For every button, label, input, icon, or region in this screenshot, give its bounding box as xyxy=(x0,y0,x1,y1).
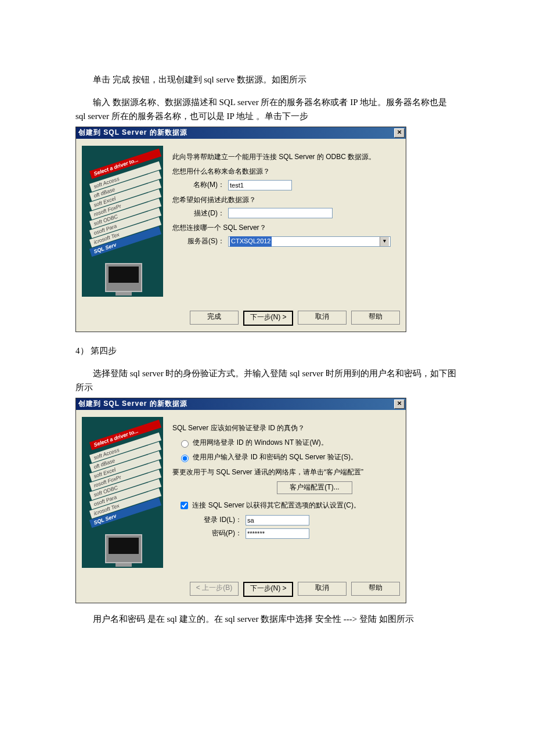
step-4-label: 4） 第四步 xyxy=(75,344,459,358)
radio-windows-auth[interactable]: 使用网络登录 ID 的 Windows NT 验证(W)。 xyxy=(178,437,396,448)
fields-area: SQL Server 应该如何验证登录 ID 的真伪？ 使用网络登录 ID 的 … xyxy=(163,417,400,568)
connect-checkbox-label: 连接 SQL Server 以获得其它配置选项的默认设置(C)。 xyxy=(192,501,360,509)
next-button[interactable]: 下一步(N) > xyxy=(243,582,293,597)
radio-sql-auth[interactable]: 使用用户输入登录 ID 和密码的 SQL Server 验证(S)。 xyxy=(178,452,396,463)
monitor-icon xyxy=(105,263,142,292)
title-text: 创建到 SQL Server 的新数据源 xyxy=(78,127,394,138)
dialog-new-datasource-2: 创建到 SQL Server 的新数据源 ✕ Select a driver t… xyxy=(75,398,406,603)
button-row: 完成 下一步(N) > 取消 帮助 xyxy=(76,306,406,332)
dialog-body: Select a driver to... soft Access oft dB… xyxy=(76,139,406,306)
dialog-new-datasource-1: 创建到 SQL Server 的新数据源 ✕ Select a driver t… xyxy=(75,127,406,332)
password-label: 密码(P)： xyxy=(190,528,242,539)
radio-windows-auth-label: 使用网络登录 ID 的 Windows NT 验证(W)。 xyxy=(193,438,327,447)
monitor-icon xyxy=(105,534,142,563)
password-input[interactable] xyxy=(246,528,309,539)
document-page: 单击 完成 按钮，出现创建到 sql serve 数据源。如图所示 输入 数据源… xyxy=(0,0,534,756)
finish-button[interactable]: 完成 xyxy=(190,311,239,325)
intro-paragraph-1: 单击 完成 按钮，出现创建到 sql serve 数据源。如图所示 xyxy=(75,73,459,87)
titlebar: 创建到 SQL Server 的新数据源 ✕ xyxy=(76,398,406,410)
desc-input[interactable] xyxy=(228,208,333,218)
step-4-paragraph: 选择登陆 sql server 时的身份验证方式。并输入登陆 sql serve… xyxy=(75,366,459,394)
wizard-graphic: Select a driver to... soft Access oft dB… xyxy=(82,417,163,568)
close-icon[interactable]: ✕ xyxy=(394,128,405,138)
name-input[interactable] xyxy=(228,180,292,190)
auth-question: SQL Server 应该如何验证登录 ID 的真伪？ xyxy=(172,423,396,434)
title-text: 创建到 SQL Server 的新数据源 xyxy=(78,398,394,409)
fields-area: 此向导将帮助建立一个能用于连接 SQL Server 的 ODBC 数据源。 您… xyxy=(163,146,400,297)
intro-paragraph-2: 输入 数据源名称、数据源描述和 SQL server 所在的服务器名称或者 IP… xyxy=(75,95,459,123)
button-row: < 上一步(B) 下一步(N) > 取消 帮助 xyxy=(76,577,406,603)
radio-windows-auth-input[interactable] xyxy=(181,440,189,448)
client-config-note: 要更改用于与 SQL Server 通讯的网络库，请单击“客户端配置” xyxy=(172,467,396,478)
wizard-graphic: Select a driver to... soft Access oft dB… xyxy=(82,146,163,297)
wizard-intro-line: 此向导将帮助建立一个能用于连接 SQL Server 的 ODBC 数据源。 xyxy=(172,152,396,163)
question-name: 您想用什么名称来命名数据源？ xyxy=(172,166,396,177)
server-selected-value: CTXSQL2012 xyxy=(230,236,272,247)
connect-checkbox-row[interactable]: 连接 SQL Server 以获得其它配置选项的默认设置(C)。 xyxy=(178,500,396,511)
name-label: 名称(M)： xyxy=(172,179,225,190)
question-desc: 您希望如何描述此数据源？ xyxy=(172,195,396,206)
cancel-button[interactable]: 取消 xyxy=(298,582,347,596)
next-button[interactable]: 下一步(N) > xyxy=(243,311,293,326)
help-button[interactable]: 帮助 xyxy=(351,582,400,596)
connect-checkbox[interactable] xyxy=(181,502,188,509)
close-icon[interactable]: ✕ xyxy=(394,399,405,409)
server-label: 服务器(S)： xyxy=(172,236,225,247)
titlebar: 创建到 SQL Server 的新数据源 ✕ xyxy=(76,127,406,139)
client-config-button[interactable]: 客户端配置(T)... xyxy=(277,481,352,494)
tail-paragraph: 用户名和密码 是在 sql 建立的。在 sql server 数据库中选择 安全… xyxy=(75,612,459,626)
login-label: 登录 ID(L)： xyxy=(190,514,242,525)
desc-label: 描述(D)： xyxy=(172,208,225,219)
login-input[interactable] xyxy=(246,515,309,525)
dialog-body: Select a driver to... soft Access oft dB… xyxy=(76,410,406,577)
radio-sql-auth-input[interactable] xyxy=(181,455,189,462)
cancel-button[interactable]: 取消 xyxy=(298,311,347,325)
chevron-down-icon[interactable]: ▾ xyxy=(380,237,389,246)
question-server: 您想连接哪一个 SQL Server？ xyxy=(172,222,396,233)
back-button[interactable]: < 上一步(B) xyxy=(190,582,239,596)
radio-sql-auth-label: 使用用户输入登录 ID 和密码的 SQL Server 验证(S)。 xyxy=(193,453,358,461)
help-button[interactable]: 帮助 xyxy=(351,311,400,325)
server-combobox[interactable]: CTXSQL2012 ▾ xyxy=(228,236,391,247)
